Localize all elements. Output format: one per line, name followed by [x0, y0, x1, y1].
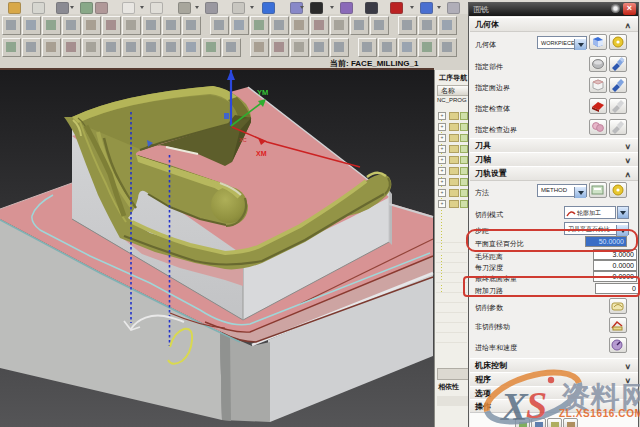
svg-text:XC: XC	[239, 137, 247, 143]
svg-text:YM: YM	[257, 88, 268, 97]
svg-text:XM: XM	[256, 150, 267, 157]
